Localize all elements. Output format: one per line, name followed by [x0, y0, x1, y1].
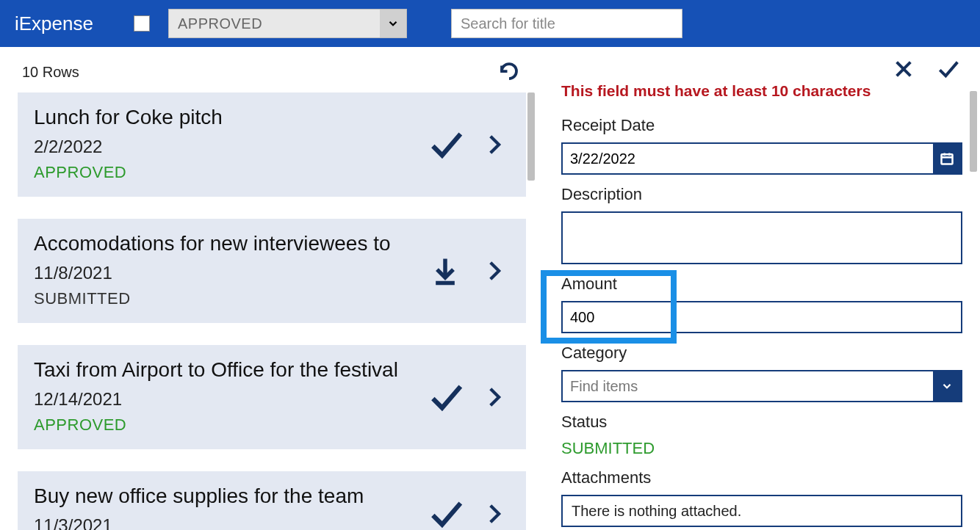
- expense-row[interactable]: Accomodations for new interviewees to 11…: [18, 219, 526, 323]
- refresh-icon[interactable]: [498, 60, 522, 84]
- confirm-icon[interactable]: [936, 57, 959, 84]
- expense-status: APPROVED: [34, 415, 510, 435]
- filter-checkbox[interactable]: [134, 15, 150, 32]
- category-placeholder: Find items: [563, 378, 933, 395]
- list-scrollbar[interactable]: [527, 92, 535, 181]
- chevron-down-icon: [933, 371, 961, 401]
- category-select[interactable]: Find items: [561, 370, 962, 402]
- expense-row[interactable]: Taxi from Airport to Office for the fest…: [18, 345, 526, 449]
- detail-toolbar: [561, 47, 962, 87]
- attachments-box[interactable]: There is nothing attached.: [561, 495, 962, 527]
- list-toolbar: 10 Rows: [0, 60, 544, 84]
- check-icon[interactable]: [426, 378, 464, 416]
- label-status: Status: [561, 413, 962, 432]
- description-input[interactable]: [561, 211, 962, 264]
- attachments-text: There is nothing attached.: [572, 503, 741, 520]
- chevron-right-icon[interactable]: [475, 252, 513, 290]
- expense-status: APPROVED: [34, 163, 510, 182]
- label-category: Category: [561, 344, 962, 363]
- list-pane: 10 Rows Lunch for Coke pitch 2/2/2022 AP…: [0, 47, 544, 530]
- detail-scrollbar[interactable]: [970, 91, 977, 172]
- amount-value[interactable]: [570, 302, 954, 332]
- row-count-label: 10 Rows: [22, 64, 79, 81]
- expense-status: SUBMITTED: [34, 289, 510, 308]
- chevron-right-icon[interactable]: [475, 495, 513, 530]
- label-receipt-date: Receipt Date: [561, 116, 962, 135]
- check-icon[interactable]: [426, 495, 464, 530]
- svg-rect-4: [942, 154, 953, 164]
- check-icon[interactable]: [426, 126, 464, 164]
- list-scroll: Lunch for Coke pitch 2/2/2022 APPROVED A…: [0, 92, 544, 530]
- calendar-icon[interactable]: [933, 144, 961, 173]
- receipt-date-value[interactable]: [570, 144, 954, 173]
- expense-row[interactable]: Buy new office supplies for the team 11/…: [18, 471, 526, 530]
- chevron-right-icon[interactable]: [475, 378, 513, 416]
- status-value: SUBMITTED: [561, 439, 962, 458]
- validation-message: This field must have at least 10 charact…: [561, 82, 962, 106]
- label-attachments: Attachments: [561, 468, 962, 487]
- status-filter-select[interactable]: APPROVED: [168, 9, 407, 38]
- main-content: 10 Rows Lunch for Coke pitch 2/2/2022 AP…: [0, 47, 980, 530]
- detail-pane: This field must have at least 10 charact…: [544, 47, 980, 530]
- label-amount: Amount: [561, 275, 962, 294]
- close-icon[interactable]: [892, 57, 915, 84]
- expense-row[interactable]: Lunch for Coke pitch 2/2/2022 APPROVED: [18, 92, 526, 197]
- app-header: iExpense APPROVED Search for title: [0, 0, 980, 47]
- status-filter-value: APPROVED: [169, 15, 380, 32]
- search-placeholder: Search for title: [461, 15, 555, 32]
- search-input[interactable]: Search for title: [451, 9, 682, 38]
- amount-input[interactable]: [561, 301, 962, 333]
- chevron-right-icon[interactable]: [475, 126, 513, 164]
- chevron-down-icon: [380, 10, 406, 37]
- label-description: Description: [561, 185, 962, 204]
- app-title: iExpense: [15, 12, 93, 35]
- download-icon[interactable]: [426, 252, 464, 290]
- receipt-date-input[interactable]: [561, 142, 962, 175]
